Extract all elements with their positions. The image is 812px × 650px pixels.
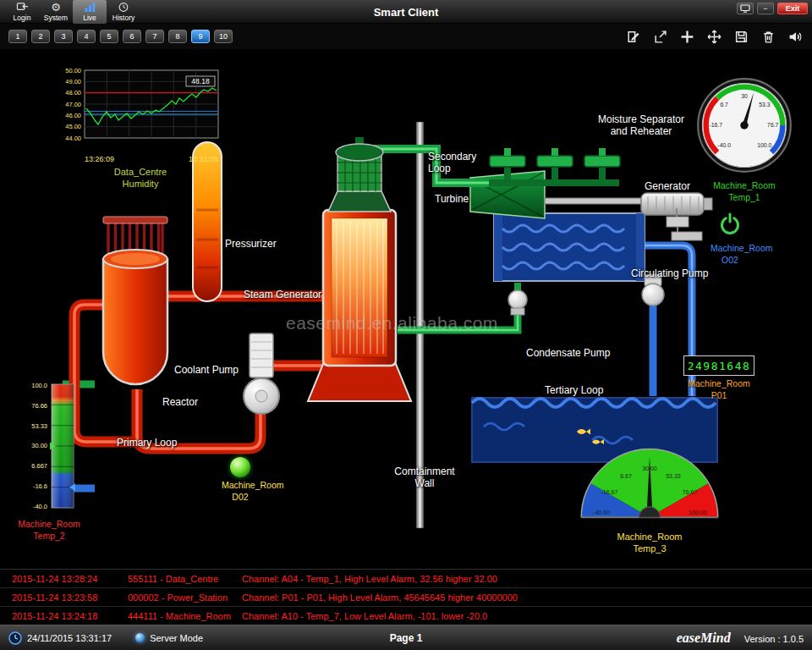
svg-text:53.3: 53.3	[759, 102, 771, 107]
page-button-6[interactable]: 6	[123, 30, 141, 43]
tab-live[interactable]: Live	[73, 0, 107, 24]
svg-text:48.00: 48.00	[65, 89, 81, 96]
label-moisture-separator: Moisture Separator and Reheater	[582, 113, 700, 138]
version-label: Version : 1.0.5	[744, 634, 804, 644]
volume-button[interactable]	[787, 28, 804, 45]
save-button[interactable]	[732, 28, 749, 45]
move-icon	[707, 30, 721, 44]
display-p01-label: Machine_Room P01	[682, 378, 756, 401]
svg-text:50.00: 50.00	[65, 67, 81, 74]
export-button[interactable]	[651, 28, 668, 45]
page-button-7[interactable]: 7	[145, 30, 164, 43]
chart-title: Data_Centre Humidity	[56, 166, 225, 190]
minimize-button[interactable]: −	[757, 3, 774, 14]
alarm-time: 2015-11-24 13:23:58	[0, 592, 128, 603]
gauge-temp1: -40.0 -16.7 6.7 30 53.3 76.7 100.0 Machi…	[695, 76, 793, 203]
bar-chart-icon	[84, 2, 96, 13]
svg-text:100.0: 100.0	[757, 142, 771, 148]
page-button-9[interactable]: 9	[191, 30, 210, 43]
svg-text:6.7: 6.7	[720, 102, 728, 107]
humidity-trend-plot: 50.00 49.00 48.00 47.00 46.00 45.00 44.0…	[56, 66, 225, 151]
chart-current-value: 48.18	[191, 77, 210, 85]
label-containment-wall: Comtainment Wall	[387, 465, 462, 490]
gear-icon: ⚙	[51, 2, 61, 13]
alarm-source: 000002 - Power_Station	[128, 592, 242, 603]
label-turbine: Turbine	[435, 193, 469, 205]
label-primary-loop: Primary Loop	[117, 437, 177, 449]
svg-text:47.00: 47.00	[65, 101, 81, 108]
tab-history[interactable]: History	[107, 0, 140, 24]
tab-login-label: Login	[14, 14, 31, 22]
svg-text:100.00: 100.00	[689, 510, 707, 515]
label-circulating-pump: Circulating Pump	[631, 267, 708, 279]
alarm-row[interactable]: 2015-11-24 13:23:58 000002 - Power_Stati…	[0, 588, 812, 607]
save-icon	[734, 30, 749, 44]
gauge-temp1-dial: -40.0 -16.7 6.7 30 53.3 76.7 100.0	[695, 76, 793, 174]
toolbar: 1 2 3 4 5 6 7 8 9 10	[0, 24, 812, 49]
add-button[interactable]	[678, 28, 695, 45]
coolant-pump-shape	[244, 333, 279, 414]
label-reactor: Reactor	[162, 396, 198, 408]
login-icon	[16, 2, 29, 13]
title-bar: Login ⚙ System Live History Smart Client	[0, 0, 812, 24]
alarm-list: 2015-11-24 13:28:24 555111 - Data_Centre…	[0, 569, 812, 625]
indicator-d02-lamp	[230, 457, 250, 477]
server-mode-label: Server Mode	[150, 633, 203, 643]
tab-login[interactable]: Login	[5, 0, 39, 24]
alarm-row[interactable]: 2015-11-24 13:28:24 555111 - Data_Centre…	[0, 570, 812, 588]
switch-o02-label: Machine_Room O02	[710, 243, 749, 266]
chart-x-tick-end: 13:31:09	[189, 155, 218, 163]
gauge-temp3: -40.00 -16.67 6.67 30.00 53.33 76.67 100…	[575, 445, 724, 555]
speaker-icon	[788, 30, 803, 44]
status-right: easeMind Version : 1.0.5	[677, 631, 804, 646]
page-button-4[interactable]: 4	[77, 30, 96, 43]
page-button-3[interactable]: 3	[54, 30, 73, 43]
page-button-8[interactable]: 8	[168, 30, 187, 43]
alarm-message: Channel: P01 - P01, High Level Alarm, 45…	[242, 592, 812, 603]
status-datetime: 24/11/2015 13:31:17	[27, 633, 112, 643]
humidity-trend-chart: 50.00 49.00 48.00 47.00 46.00 45.00 44.0…	[56, 66, 225, 190]
alarm-source: 444111 - Machine_Room	[128, 611, 242, 621]
alarm-message: Channel: A10 - Temp_7, Low Level Alarm, …	[242, 611, 812, 621]
label-coolant-pump: Coolant Pump	[174, 364, 239, 376]
condensate-pump-shape	[508, 290, 527, 315]
status-bar: 24/11/2015 13:31:17 Server Mode Page 1 e…	[0, 625, 812, 650]
alarm-row[interactable]: 2015-11-24 13:24:18 444111 - Machine_Roo…	[0, 607, 812, 625]
label-pressurizer: Pressurizer	[225, 238, 277, 250]
history-clock-icon	[118, 2, 129, 13]
page-button-5[interactable]: 5	[100, 30, 118, 43]
monitor-icon	[740, 4, 750, 13]
exit-button[interactable]: Exit	[777, 3, 808, 14]
indicator-d02-label: Machine_Room D02	[222, 480, 259, 503]
svg-text:-40.00: -40.00	[593, 510, 610, 515]
clock-icon	[8, 631, 22, 645]
alarm-time: 2015-11-24 13:24:18	[0, 611, 128, 621]
mimic-canvas: easemind.en.alibaba.com Moisture Separat…	[0, 49, 812, 569]
tab-system-label: System	[44, 14, 68, 22]
edit-button[interactable]	[624, 28, 641, 45]
svg-text:46.00: 46.00	[65, 112, 81, 119]
page-button-1[interactable]: 1	[8, 30, 27, 43]
alarm-source: 555111 - Data_Centre	[128, 574, 242, 584]
reactor-shape	[103, 217, 167, 384]
export-icon	[653, 30, 667, 44]
indicator-d02: Machine_Room D02	[222, 457, 259, 503]
page-button-2[interactable]: 2	[31, 30, 50, 43]
tab-system[interactable]: ⚙ System	[39, 0, 73, 24]
page-button-10[interactable]: 10	[214, 30, 233, 43]
shaft	[545, 198, 641, 204]
switch-o02[interactable]: Machine_Room O02	[710, 212, 749, 266]
page-buttons: 1 2 3 4 5 6 7 8 9 10	[8, 30, 233, 43]
svg-text:49.00: 49.00	[65, 78, 81, 85]
move-button[interactable]	[705, 28, 722, 45]
brand-logo: easeMind	[677, 631, 731, 646]
gauge-temp3-dial: -40.00 -16.67 6.67 30.00 53.33 76.67 100…	[575, 445, 724, 525]
label-generator: Generator	[645, 180, 690, 192]
chart-x-tick-start: 13:26:09	[85, 155, 114, 163]
display-switch-button[interactable]	[737, 3, 754, 14]
bar-gauge-temp2-bar	[50, 383, 75, 510]
bar-gauge-temp2-scale: 100.0 76.66 53.33 30.00 6.667 -16.6 -40.…	[22, 383, 47, 510]
tab-history-label: History	[112, 14, 134, 22]
svg-text:53.33: 53.33	[666, 473, 681, 479]
delete-button[interactable]	[760, 28, 776, 45]
